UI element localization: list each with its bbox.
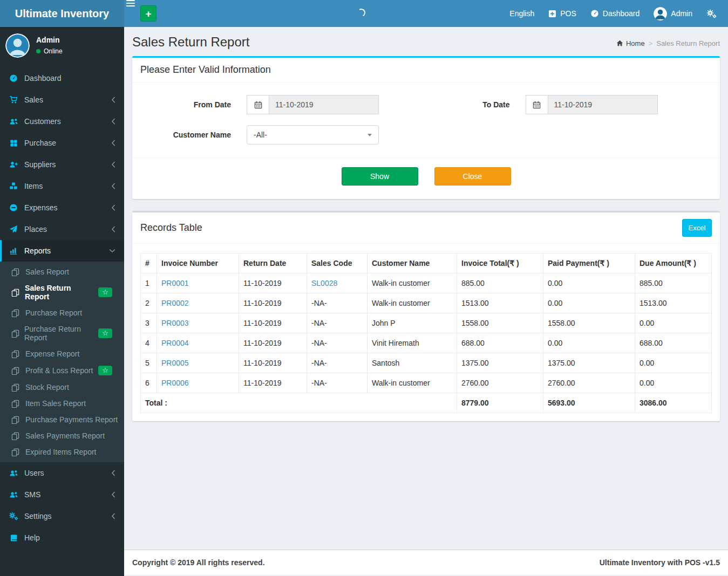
invoice-link[interactable]: PR0003 xyxy=(161,319,189,327)
copy-icon xyxy=(11,367,21,375)
invoice-link[interactable]: PR0001 xyxy=(161,279,189,287)
from-date-group: From Date xyxy=(140,95,424,114)
calendar-icon[interactable] xyxy=(526,95,548,114)
customer-name-select[interactable]: -All- xyxy=(247,125,379,145)
copy-icon xyxy=(11,383,21,392)
col-header-invoice-total: Invoice Total(₹ ) xyxy=(457,253,543,273)
copy-icon xyxy=(11,309,21,317)
invoice-link[interactable]: PR0002 xyxy=(161,299,189,307)
sales-code-link[interactable]: SL0028 xyxy=(311,279,337,287)
col-header-invoice: Invoice Number xyxy=(157,253,239,273)
submenu-item-purchase-return-report[interactable]: Purchase Return Report ☆ xyxy=(0,321,124,346)
sidebar-item-sales[interactable]: Sales xyxy=(0,89,124,111)
sidebar-item-customers[interactable]: Customers xyxy=(0,111,124,132)
submenu-item-expense-report[interactable]: Expense Report xyxy=(0,346,124,362)
copy-icon xyxy=(11,350,21,358)
show-button[interactable]: Show xyxy=(342,167,418,186)
filter-panel: Please Enter Valid Information From Date… xyxy=(132,56,720,199)
star-badge[interactable]: ☆ xyxy=(98,287,112,297)
excel-export-button[interactable]: Excel xyxy=(682,219,712,237)
online-status-icon xyxy=(36,49,40,53)
loading-spinner xyxy=(356,8,366,17)
sidebar-user-panel: Admin Online xyxy=(0,27,124,64)
invoice-link[interactable]: PR0006 xyxy=(161,379,189,387)
quick-add-button[interactable]: + xyxy=(140,5,157,22)
to-date-input[interactable] xyxy=(548,95,658,114)
submenu-item-sales-return-report[interactable]: Sales Return Report ☆ xyxy=(0,280,124,305)
sidebar-item-users[interactable]: Users xyxy=(0,462,124,484)
pos-icon xyxy=(548,10,556,18)
sidebar: Admin Online Dashboard Sales Customers xyxy=(0,27,124,576)
copy-icon xyxy=(11,432,21,440)
sidebar-item-settings[interactable]: Settings xyxy=(0,505,124,527)
submenu-item-profit-loss-report[interactable]: Profit & Loss Report ☆ xyxy=(0,362,124,379)
sidebar-item-expenses[interactable]: Expenses xyxy=(0,197,124,218)
page-title: Sales Return Report xyxy=(132,35,249,50)
from-date-input[interactable] xyxy=(269,95,379,114)
user-menu[interactable]: Admin xyxy=(647,0,699,27)
sidebar-item-purchase[interactable]: Purchase xyxy=(0,132,124,154)
sidebar-item-sms[interactable]: SMS xyxy=(0,484,124,505)
submenu-item-expired-items-report[interactable]: Expired Items Report xyxy=(0,444,124,460)
reports-submenu: Sales Report Sales Return Report ☆ Purch… xyxy=(0,262,124,462)
table-row: 4 PR0004 11-10-2019 -NA- Vinit Hiremath … xyxy=(141,333,712,353)
app-window: Ultimate Inventory + English POS xyxy=(0,0,728,576)
breadcrumb-home-link[interactable]: Home xyxy=(616,39,645,47)
records-table: # Invoice Number Return Date Sales Code … xyxy=(140,253,712,413)
submenu-item-purchase-report[interactable]: Purchase Report xyxy=(0,305,124,321)
submenu-item-sales-payments-report[interactable]: Sales Payments Report xyxy=(0,428,124,444)
invoice-link[interactable]: PR0004 xyxy=(161,339,189,347)
table-header-row: # Invoice Number Return Date Sales Code … xyxy=(141,253,712,273)
submenu-item-sales-report[interactable]: Sales Report xyxy=(0,264,124,280)
breadcrumb: Home > Sales Return Report xyxy=(616,39,720,47)
gears-icon xyxy=(8,512,19,520)
sidebar-item-help[interactable]: Help xyxy=(0,527,124,548)
from-date-label: From Date xyxy=(140,100,231,109)
submenu-item-purchase-payments-report[interactable]: Purchase Payments Report xyxy=(0,412,124,428)
sidebar-item-reports[interactable]: Reports xyxy=(0,240,124,262)
navbar: + English POS Dashboard xyxy=(124,0,728,27)
submenu-item-item-sales-report[interactable]: Item Sales Report xyxy=(0,395,124,412)
sidebar-item-places[interactable]: Places xyxy=(0,218,124,240)
settings-gears-button[interactable] xyxy=(699,0,724,27)
chevron-left-icon xyxy=(111,118,115,125)
col-header-paid-payment: Paid Payment(₹ ) xyxy=(543,253,635,273)
sidebar-item-suppliers[interactable]: Suppliers xyxy=(0,154,124,175)
language-label: English xyxy=(509,9,534,18)
star-badge[interactable]: ☆ xyxy=(98,366,112,375)
total-due-amount: 3086.00 xyxy=(635,393,712,413)
dashboard-icon xyxy=(8,74,19,83)
home-icon xyxy=(616,40,623,46)
pos-link[interactable]: POS xyxy=(541,0,583,27)
navbar-right: English POS Dashboard xyxy=(502,0,728,27)
sidebar-user-status[interactable]: Online xyxy=(36,47,63,55)
col-header-num: # xyxy=(141,253,157,273)
sidebar-item-dashboard[interactable]: Dashboard xyxy=(0,67,124,89)
user-avatar-icon xyxy=(654,7,667,20)
submenu-item-stock-report[interactable]: Stock Report xyxy=(0,379,124,395)
language-menu[interactable]: English xyxy=(502,0,541,27)
chevron-down-icon xyxy=(109,249,115,253)
col-header-due-amount: Due Amount(₹ ) xyxy=(635,253,712,273)
star-badge[interactable]: ☆ xyxy=(98,328,112,338)
dashboard-label: Dashboard xyxy=(603,9,640,18)
content-area: Sales Return Report Home > Sales Return … xyxy=(124,27,728,550)
table-row: 1 PR0001 11-10-2019 SL0028 Walk-in custo… xyxy=(141,273,712,293)
table-row: 6 PR0006 11-10-2019 -NA- Walk-in custome… xyxy=(141,373,712,393)
copy-icon xyxy=(11,268,21,276)
close-button[interactable]: Close xyxy=(434,167,511,186)
brand-logo[interactable]: Ultimate Inventory xyxy=(0,0,124,27)
copy-icon xyxy=(11,448,21,456)
chevron-left-icon xyxy=(111,97,115,103)
sidebar-toggle-button[interactable] xyxy=(124,0,137,27)
copy-icon xyxy=(11,330,19,338)
filter-actions: Show Close xyxy=(140,158,712,191)
pos-label: POS xyxy=(560,9,576,18)
dashboard-link[interactable]: Dashboard xyxy=(583,0,647,27)
calendar-icon[interactable] xyxy=(247,95,269,114)
to-date-group: To Date xyxy=(429,95,712,114)
total-invoice-amount: 8779.00 xyxy=(457,393,543,413)
sidebar-item-items[interactable]: Items xyxy=(0,175,124,197)
invoice-link[interactable]: PR0005 xyxy=(161,359,189,367)
total-label: Total : xyxy=(141,393,457,413)
